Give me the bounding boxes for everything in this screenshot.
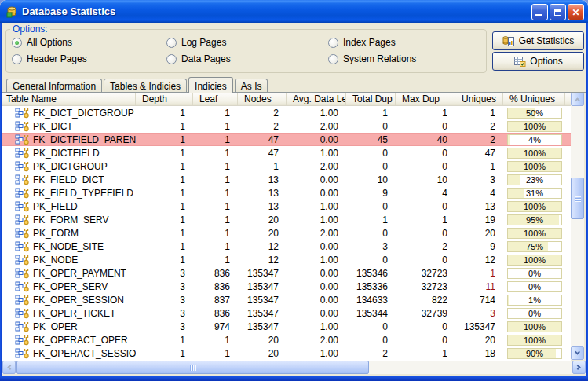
- close-button[interactable]: ✕: [568, 4, 584, 20]
- col-header-nodes[interactable]: Nodes: [238, 93, 287, 105]
- total-dup-value: 0: [346, 321, 396, 333]
- table-row[interactable]: PK_OPER 3 974 135347 1.00 0 0 135347 100…: [2, 320, 571, 333]
- col-header-total-dup[interactable]: Total Dup: [346, 93, 396, 105]
- pct-uniques-bar: 0%: [507, 268, 562, 279]
- table-row[interactable]: PK_FORM 1 1 20 2.00 0 0 20 100%: [2, 226, 571, 240]
- row-name-cell: FK_NODE_SITE: [2, 240, 136, 253]
- table-row[interactable]: FK_OPER_TICKET 3 836 135347 0.00 135344 …: [2, 306, 571, 320]
- maximize-button[interactable]: [550, 4, 566, 20]
- pct-uniques-cell: 1%: [503, 295, 565, 306]
- vertical-scroll-thumb[interactable]: [571, 178, 584, 219]
- horizontal-scrollbar[interactable]: [2, 361, 586, 374]
- horizontal-scroll-thumb[interactable]: [16, 361, 369, 374]
- max-dup-value: 0: [396, 334, 455, 346]
- pct-uniques-label: 0%: [508, 309, 561, 319]
- table-row[interactable]: FK_FORM_SERV 1 1 20 1.00 1 1 19 95%: [2, 213, 571, 226]
- table-row[interactable]: PK_DICT 1 1 2 2.00 0 0 2 100%: [2, 119, 571, 133]
- index-key-icon: [15, 335, 30, 346]
- uniques-value: 3: [455, 174, 503, 186]
- tab-indicies[interactable]: Indicies: [188, 77, 233, 93]
- col-header-pct-uniques[interactable]: % Uniques: [503, 93, 565, 105]
- max-dup-value: 2: [396, 240, 455, 253]
- minimize-button[interactable]: [531, 4, 548, 20]
- index-key-icon: [15, 148, 30, 159]
- scroll-up-button[interactable]: [571, 93, 584, 106]
- table-row[interactable]: PK_FIELD 1 1 13 1.00 0 0 13 100%: [2, 200, 571, 213]
- scroll-right-button[interactable]: [572, 361, 586, 374]
- tab-general-information[interactable]: General Information: [6, 79, 102, 92]
- table-row[interactable]: FK_OPER_PAYMENT 3 836 135347 0.00 135346…: [2, 266, 571, 280]
- pct-uniques-label: 100%: [508, 148, 561, 159]
- scroll-down-button[interactable]: [571, 346, 584, 360]
- table-row[interactable]: FK_OPERACT_SESSION 1 1 20 1.00 2 1 18 90…: [2, 346, 571, 360]
- table-row[interactable]: FK_FIELD_DICT 1 1 13 0.00 10 10 3 23%: [2, 173, 571, 186]
- pct-uniques-bar: 1%: [507, 295, 562, 306]
- table-row[interactable]: FK_OPER_SERV 3 836 135347 0.00 135336 32…: [2, 280, 571, 293]
- depth-value: 3: [136, 267, 193, 280]
- table-row[interactable]: FK_DICT_DICTGROUP 1 1 2 1.00 1 1 1 50%: [2, 106, 571, 119]
- total-dup-value: 135346: [346, 267, 396, 280]
- table-row[interactable]: PK_DICTFIELD 1 1 47 1.00 0 0 47 100%: [2, 146, 571, 159]
- table-name-value: PK_DICTGROUP: [33, 160, 108, 173]
- pct-uniques-label: 100%: [508, 122, 561, 132]
- radio-system-relations[interactable]: System Relations: [328, 53, 416, 64]
- avg-data-len-value: 0.00: [287, 174, 346, 186]
- max-dup-value: 4: [396, 187, 455, 200]
- get-statistics-button[interactable]: Get Statistics: [492, 31, 584, 50]
- pct-uniques-label: 50%: [508, 108, 561, 119]
- col-header-avg-data-len[interactable]: Avg. Data Len: [287, 93, 346, 105]
- col-header-leaf[interactable]: Leaf: [193, 93, 238, 105]
- avg-data-len-value: 0.00: [287, 280, 346, 293]
- pct-uniques-label: 4%: [508, 135, 561, 145]
- pct-uniques-label: 75%: [508, 242, 561, 252]
- tab-label: General Information: [13, 81, 96, 92]
- table-row[interactable]: FK_DICTFIELD_PARENT 1 1 47 0.00 45 40 2 …: [2, 133, 571, 146]
- radio-header-pages[interactable]: Header Pages: [12, 53, 87, 64]
- table-row[interactable]: FK_NODE_SITE 1 1 12 0.00 3 2 9 75%: [2, 240, 571, 253]
- scroll-left-button[interactable]: [2, 361, 16, 374]
- avg-data-len-value: 1.00: [287, 321, 346, 333]
- titlebar[interactable]: Database Statistics ✕: [0, 0, 588, 23]
- depth-value: 1: [136, 174, 193, 186]
- pct-uniques-label: 23%: [508, 175, 561, 185]
- index-key-icon: [15, 268, 30, 279]
- uniques-value: 47: [455, 147, 503, 159]
- index-key-icon: [15, 255, 30, 266]
- radio-label: Header Pages: [27, 53, 87, 64]
- pct-uniques-cell: 100%: [503, 201, 565, 212]
- index-key-icon: [15, 308, 30, 319]
- pct-uniques-label: 100%: [508, 229, 561, 239]
- max-dup-value: 0: [396, 321, 455, 333]
- table-row[interactable]: FK_FIELD_TYPEFIELD 1 1 13 0.00 9 4 4 31%: [2, 186, 571, 200]
- vertical-scrollbar[interactable]: [571, 93, 584, 360]
- pct-uniques-label: 100%: [508, 322, 561, 332]
- depth-value: 1: [136, 200, 193, 213]
- tab-tables-and-indicies[interactable]: Tables & Indicies: [104, 79, 187, 92]
- row-name-cell: PK_DICTGROUP: [2, 160, 136, 173]
- depth-value: 1: [136, 160, 193, 173]
- table-row[interactable]: FK_OPER_SESSION 3 837 135347 0.00 134633…: [2, 293, 571, 306]
- col-header-table-name[interactable]: Table Name: [2, 93, 136, 105]
- table-row[interactable]: PK_DICTGROUP 1 1 1 2.00 0 0 1 100%: [2, 159, 571, 173]
- table-row[interactable]: FK_OPERACT_OPER 1 1 20 2.00 0 0 20 100%: [2, 333, 571, 346]
- options-button[interactable]: Options: [492, 52, 584, 71]
- pct-uniques-bar: 100%: [507, 255, 562, 266]
- total-dup-value: 0: [346, 334, 396, 346]
- radio-log-pages[interactable]: Log Pages: [166, 37, 226, 48]
- tab-as-is[interactable]: As Is: [235, 79, 268, 92]
- radio-index-pages[interactable]: Index Pages: [328, 37, 396, 48]
- leaf-value: 837: [193, 294, 238, 306]
- col-header-max-dup[interactable]: Max Dup: [396, 93, 455, 105]
- index-key-icon: [15, 214, 30, 225]
- uniques-value: 20: [455, 334, 503, 346]
- pct-uniques-bar: 50%: [507, 108, 562, 119]
- radio-all-options[interactable]: All Options: [12, 37, 72, 48]
- uniques-value: 20: [455, 227, 503, 240]
- radio-data-pages[interactable]: Data Pages: [166, 53, 231, 64]
- col-header-uniques[interactable]: Uniques: [455, 93, 503, 105]
- total-dup-value: 1: [346, 214, 396, 226]
- depth-value: 3: [136, 321, 193, 333]
- table-row[interactable]: PK_NODE 1 1 12 1.00 0 0 12 100%: [2, 253, 571, 266]
- chevron-left-icon: [7, 365, 13, 370]
- col-header-depth[interactable]: Depth: [136, 93, 193, 105]
